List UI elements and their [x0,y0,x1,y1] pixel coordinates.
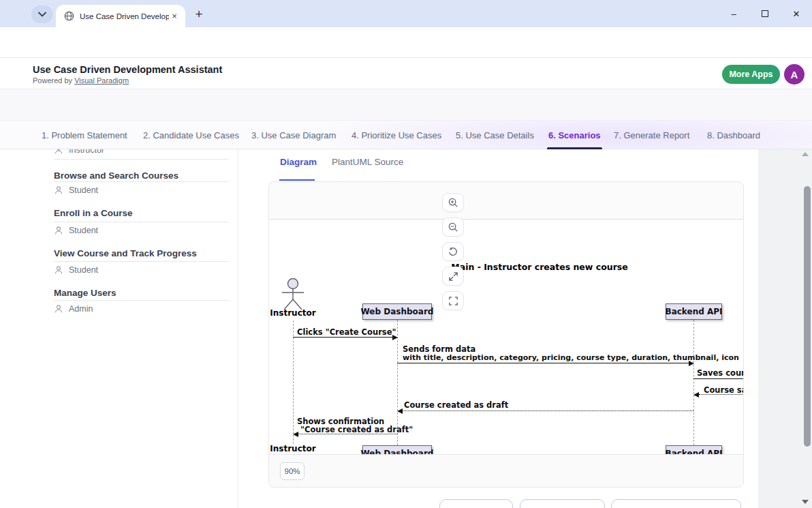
browser-tab-strip: Use Case Driven Development A × + – ✕ [0,0,812,27]
diagram-footer: 90% [269,455,743,487]
person-icon [54,226,63,235]
window-close-button[interactable]: ✕ [781,0,812,27]
person-icon [54,265,63,275]
powered-by: Powered by Visual Paradigm [33,76,129,85]
arrowhead-icon [293,432,298,437]
actor-label: Student [69,185,98,195]
tab-title: Use Case Driven Development A [80,12,169,20]
use-case-actor[interactable]: Student [54,185,98,195]
step-dashboard[interactable]: 8. Dashboard [707,121,760,149]
participant-backend-api-top: Backend API [666,303,722,320]
chevron-down-icon [38,12,46,17]
divider [54,222,229,222]
zoom-level-chip[interactable]: 90% [280,462,304,480]
participant-backend-api-bottom: Backend API [666,445,722,455]
export-svg-button[interactable]: Export SVG [439,499,513,508]
expand-button[interactable] [442,267,464,286]
message-line [693,378,743,379]
message-line [403,410,693,411]
use-case-actor[interactable]: Student [54,226,98,235]
zoom-in-icon [448,197,458,208]
scroll-track[interactable] [758,149,812,508]
use-case-sidebar: Instructor Browse and Search Courses Stu… [0,149,238,508]
copy-image-button[interactable]: Copy Image [520,499,605,508]
actor-label: Admin [69,304,93,314]
step-generate-report[interactable]: 7. Generate Report [614,121,689,149]
new-tab-button[interactable]: + [191,7,207,23]
zoom-out-icon [448,222,458,233]
divider [54,181,229,182]
globe-favicon-icon [64,11,74,21]
app-title: Use Case Driven Development Assistant [33,64,222,75]
actor-name-bottom: Instructor [269,444,327,453]
divider [54,159,229,160]
lifeline [693,320,694,445]
visual-paradigm-link[interactable]: Visual Paradigm [74,76,129,85]
use-case-actor-clipped[interactable]: Instructor [54,149,104,155]
powered-by-prefix: Powered by [33,76,72,85]
message-line [293,337,393,338]
workflow-steps: 1. Problem Statement 2. Candidate Use Ca… [0,120,812,149]
message-label: Clicks "Create Course" [297,327,396,337]
use-case-title[interactable]: Manage Users [54,288,116,298]
actor-name-top: Instructor [269,308,327,318]
fullscreen-button[interactable] [442,291,464,310]
lifeline [293,320,294,444]
content-area: Instructor Browse and Search Courses Stu… [0,149,812,508]
step-scenarios[interactable]: 6. Scenarios [548,121,601,149]
use-case-title[interactable]: View Course and Track Progress [54,248,197,258]
step-problem-statement[interactable]: 1. Problem Statement [42,121,127,149]
person-icon [54,185,63,195]
zoom-in-button[interactable] [442,193,464,212]
scrollbar-thumb[interactable] [804,186,811,447]
actor-figure [278,454,308,455]
diagram-card: Main - Instructor creates new course Ins… [268,181,744,488]
step-candidate-use-cases[interactable]: 2. Candidate Use Cases [143,121,239,149]
actor-label: Instructor [69,149,104,155]
browser-toolbar: ai-toolbox.visual-paradigm.com/app/use-c… [0,27,812,58]
person-icon [54,304,63,314]
participant-web-dashboard-bottom: Web Dashboard [362,445,432,455]
message-label: Saves course [697,368,743,378]
actor-figure [278,278,308,312]
maximize-icon [762,10,768,17]
divider [54,261,229,262]
tab-search-button[interactable] [31,5,53,23]
use-case-actor[interactable]: Admin [54,304,93,314]
window-maximize-button[interactable] [749,0,781,27]
arrowhead-icon [392,335,398,340]
zoom-out-button[interactable] [442,218,464,237]
reset-view-button[interactable] [442,242,464,261]
use-case-title[interactable]: Browse and Search Courses [54,170,178,181]
arrowhead-icon [693,392,699,398]
message-label: Course created as draft [404,400,508,410]
step-prioritize-use-cases[interactable]: 4. Prioritize Use Cases [352,121,441,149]
tab-close-icon[interactable]: × [169,11,180,22]
scroll-up-icon[interactable] [802,152,809,156]
screen: Use Case Driven Development A × + – ✕ ai… [0,0,812,508]
diagram-title: Main - Instructor creates new course [437,262,642,272]
scroll-down-icon[interactable] [802,500,809,504]
sequence-diagram-canvas[interactable]: Main - Instructor creates new course Ins… [269,219,743,455]
step-use-case-details[interactable]: 5. Use Case Details [456,121,534,149]
message-line [397,363,689,363]
participant-web-dashboard-top: Web Dashboard [362,303,432,320]
tab-diagram[interactable]: Diagram [280,157,317,167]
window-minimize-button[interactable]: – [718,0,749,27]
active-tab-underline [279,179,315,181]
import-to-visual-paradigm-button[interactable]: Import to Visual Paradigm [611,499,741,508]
user-avatar[interactable]: A [784,64,805,85]
tab-plantuml-source[interactable]: PlantUML Source [332,157,403,167]
more-apps-button[interactable]: More Apps [722,65,780,84]
window-controls: – ✕ [718,0,812,27]
step-use-case-diagram[interactable]: 3. Use Case Diagram [251,121,336,149]
menu-bar: File Search Examples ? Help [0,89,812,120]
arrowhead-icon [689,361,694,366]
divider [54,300,229,301]
message-label-line2: "Course created as draft" [300,425,413,434]
fullscreen-icon [448,296,458,306]
use-case-actor[interactable]: Student [54,265,98,275]
browser-tab[interactable]: Use Case Driven Development A × [56,5,185,27]
use-case-title[interactable]: Enroll in a Course [54,208,133,218]
reset-icon [448,246,458,257]
